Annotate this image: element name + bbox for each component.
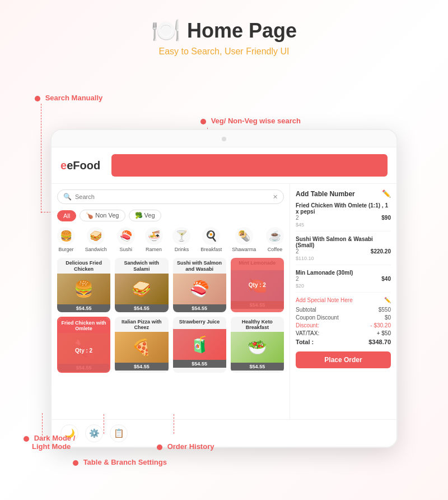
- food-image-5: 🍕: [115, 332, 168, 363]
- app-header-red-bar: [111, 154, 388, 177]
- filter-tab-veg[interactable]: 🥦 Veg: [129, 210, 161, 221]
- annotation-veg-nonveg: Veg/ Non-Veg wise search: [200, 117, 301, 125]
- search-bar[interactable]: 🔍 ✕: [57, 189, 284, 204]
- header-icon: 🍽️: [151, 17, 180, 44]
- page-header: 🍽️ Home Page Easy to Search, User Friend…: [0, 0, 448, 62]
- dark-mode-vline: [42, 413, 43, 436]
- summary-coupon: Coupon Discount $0: [296, 314, 391, 321]
- order-item-name-1: Sushi With Salmon & Wasabi (Small): [296, 236, 391, 248]
- food-card-3[interactable]: Mint Lemonade 🍋 Qty : 2 $54.55: [231, 258, 284, 312]
- order-item-sub-0: $45: [296, 222, 304, 228]
- table-branch-vline: [104, 414, 104, 434]
- filter-tab-all[interactable]: All: [57, 210, 76, 221]
- order-item-price-1: $220.20: [371, 248, 391, 254]
- filter-tab-nonveg[interactable]: 🍗 Non Veg: [80, 210, 125, 221]
- search-icon: 🔍: [63, 193, 72, 201]
- food-card-2[interactable]: Sushi with Salmon and Wasabi 🍣 $54.55: [173, 258, 226, 312]
- app-header: eeFood: [52, 147, 396, 184]
- order-history-icon[interactable]: 📋: [110, 424, 128, 442]
- order-item-sub-2: $20: [296, 283, 304, 289]
- categories-row: 🍔 Burger 🥪 Sandwich 🍣 Sushi 🍜 Ramen 🍸: [57, 227, 284, 252]
- edit-table-icon[interactable]: ✏️: [382, 189, 391, 198]
- food-price-2: $54.55: [173, 304, 226, 312]
- food-grid: Delicious Fried Chicken 🍔 $54.55 Sandwic…: [57, 258, 284, 373]
- food-card-5[interactable]: Italian Pizza with Cheez 🍕 $54.55: [115, 317, 168, 373]
- order-item-0: Fried Chicken With Omlete (1:1) , 1 x pe…: [296, 202, 391, 232]
- food-name-1: Sandwich with Salami: [115, 258, 168, 274]
- tablet-container: eeFood 🔍 ✕ All 🍗 Non Veg 🥦 Veg 🍔: [50, 129, 398, 448]
- summary-total: Total : $348.70: [296, 339, 391, 345]
- food-image-6: 🧃: [173, 329, 226, 360]
- header-subtitle: Easy to Search, User Friendly UI: [0, 47, 448, 57]
- food-card-1[interactable]: Sandwich with Salami 🥪 $54.55: [115, 258, 168, 312]
- food-name-7: Healthy Keto Breakfast: [231, 317, 284, 332]
- category-shawarma[interactable]: 🌯 Shawarma: [232, 227, 256, 252]
- food-image-0: 🍔: [57, 274, 110, 304]
- order-item-qty-1: 2: [296, 248, 299, 254]
- category-sushi[interactable]: 🍣 Sushi: [117, 227, 135, 252]
- food-price-6: $54.55: [173, 360, 226, 368]
- food-image-2: 🍣: [173, 274, 226, 304]
- order-item-price-0: $90: [381, 215, 391, 221]
- annotation-search-manually: Search Manually: [35, 94, 102, 102]
- search-input[interactable]: [75, 193, 273, 200]
- order-history-vline: [174, 414, 174, 434]
- right-panel: Add Table Number ✏️ Fried Chicken With O…: [290, 184, 396, 419]
- summary-discount: Discount: - $30.20: [296, 322, 391, 328]
- category-burger[interactable]: 🍔 Burger: [57, 227, 75, 252]
- food-name-5: Italian Pizza with Cheez: [115, 317, 168, 332]
- summary-vat: VAT/TAX: + $50: [296, 330, 391, 336]
- category-drinks[interactable]: 🍸 Drinks: [172, 227, 190, 252]
- order-title: Add Table Number: [296, 190, 355, 198]
- food-price-7: $54.55: [231, 363, 284, 371]
- category-sandwich[interactable]: 🥪 Sandwich: [85, 227, 107, 252]
- order-item-qty-0: 2: [296, 215, 299, 221]
- filter-tabs: All 🍗 Non Veg 🥦 Veg: [57, 210, 284, 221]
- food-name-2: Sushi with Salmon and Wasabi: [173, 258, 226, 274]
- food-name-0: Delicious Fried Chicken: [57, 258, 110, 274]
- food-price-0: $54.55: [57, 304, 110, 312]
- left-panel: 🔍 ✕ All 🍗 Non Veg 🥦 Veg 🍔 Burger 🥪 Sandw…: [52, 184, 290, 419]
- food-card-0[interactable]: Delicious Fried Chicken 🍔 $54.55: [57, 258, 110, 312]
- food-price-5: $54.55: [115, 363, 168, 371]
- food-card-7[interactable]: Healthy Keto Breakfast 🥗 $54.55: [231, 317, 284, 373]
- annotation-table-branch: Table & Branch Settings: [73, 458, 167, 466]
- food-image-7: 🥗: [231, 332, 284, 363]
- order-item-name-0: Fried Chicken With Omlete (1:1) , 1 x pe…: [296, 202, 391, 215]
- food-overlay-4: Qty : 2: [58, 330, 109, 372]
- search-manually-vline: [41, 104, 41, 213]
- order-item-1: Sushi With Salmon & Wasabi (Small) 2 $22…: [296, 236, 391, 265]
- order-item-price-2: $40: [381, 276, 391, 282]
- order-header: Add Table Number ✏️: [296, 189, 391, 198]
- annotation-dark-mode: Dark Mode / Light Mode: [24, 434, 75, 451]
- food-price-1: $54.55: [115, 304, 168, 312]
- category-coffee[interactable]: ☕ Coffee: [266, 227, 284, 252]
- annotation-order-history: Order History: [157, 442, 214, 451]
- food-card-4[interactable]: Fried Chicken with Omlete 🍗 Qty : 2 $54.…: [57, 317, 110, 373]
- food-card-6[interactable]: Strawberry Juice 🧃 $54.55: [173, 317, 226, 373]
- order-item-2: Min Lamonade (30ml) 2 $40 $20: [296, 270, 391, 293]
- category-breakfast[interactable]: 🍳 Breakfast: [200, 227, 222, 252]
- settings-icon[interactable]: ⚙️: [85, 424, 103, 442]
- special-note[interactable]: Add Special Note Here ✏️: [296, 297, 391, 303]
- special-note-edit-icon[interactable]: ✏️: [384, 297, 391, 303]
- category-ramen[interactable]: 🍜 Ramen: [145, 227, 163, 252]
- order-item-qty-2: 2: [296, 276, 299, 282]
- place-order-button[interactable]: Place Order: [296, 351, 391, 368]
- summary-subtotal: Subtotal $550: [296, 307, 391, 313]
- food-image-1: 🥪: [115, 274, 168, 304]
- order-item-sub-1: $110.10: [296, 256, 314, 261]
- app-logo: eeFood: [60, 159, 100, 172]
- page-title: Home Page: [187, 19, 297, 43]
- app-body: 🔍 ✕ All 🍗 Non Veg 🥦 Veg 🍔 Burger 🥪 Sandw…: [52, 184, 396, 419]
- food-name-6: Strawberry Juice: [173, 317, 226, 329]
- order-item-name-2: Min Lamonade (30ml): [296, 270, 353, 276]
- food-overlay-3: Qty : 2: [231, 258, 284, 312]
- search-clear-icon[interactable]: ✕: [273, 193, 278, 201]
